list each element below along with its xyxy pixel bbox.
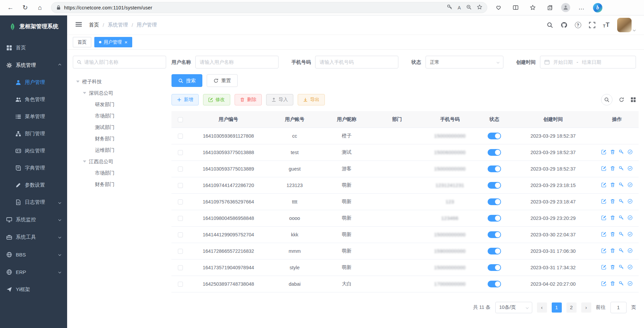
tab-user-management[interactable]: 用户管理 × [94,37,132,47]
row-checkbox[interactable] [178,249,183,254]
row-assign-role-icon[interactable] [628,265,633,270]
tree-node-dept[interactable]: 市场部门 [73,167,166,179]
page-button-2[interactable]: 2 [566,302,577,313]
tree-node-dept[interactable]: 财务部门 [73,133,166,144]
sidebar-item-system-management[interactable]: 系统管理 [0,56,67,74]
page-button-1[interactable]: 1 [552,302,562,313]
tree-node-dept[interactable]: 市场部门 [73,110,166,122]
tree-node-branch[interactable]: 江西总公司 [73,156,166,167]
sidebar-item-home[interactable]: 首页 [0,39,67,56]
split-screen-icon[interactable] [510,2,521,13]
browser-reload-icon[interactable]: ↻ [19,2,31,13]
row-assign-role-icon[interactable] [628,199,633,204]
row-delete-icon[interactable] [610,149,615,154]
sidebar-item-parameter-settings[interactable]: 参数设置 [0,177,67,194]
export-button[interactable]: 导出 [298,94,325,105]
sidebar-item-dictionary-management[interactable]: 字典管理 [0,159,67,177]
row-checkbox[interactable] [178,167,183,172]
tree-node-dept[interactable]: 财务部门 [73,179,166,190]
collapse-sidebar-icon[interactable] [75,21,82,29]
sidebar-item-menu-management[interactable]: 菜单管理 [0,108,67,125]
row-edit-icon[interactable] [601,166,606,171]
favorites-icon[interactable] [527,2,538,13]
breadcrumb-home[interactable]: 首页 [89,22,99,28]
status-toggle[interactable] [488,166,501,172]
sidebar-item-post-management[interactable]: 岗位管理 [0,142,67,159]
browser-profile-avatar[interactable] [561,3,570,12]
row-checkbox[interactable] [178,183,183,188]
next-page-button[interactable]: › [581,302,591,313]
row-delete-icon[interactable] [610,166,615,171]
status-select[interactable]: 正常 [426,56,503,68]
status-toggle[interactable] [488,215,501,222]
tree-node-dept[interactable]: 研发部门 [73,99,166,110]
import-button[interactable]: 导入 [266,94,293,105]
status-toggle[interactable] [488,248,501,254]
row-checkbox[interactable] [178,232,183,237]
password-key-icon[interactable] [447,4,452,11]
row-delete-icon[interactable] [610,182,615,187]
tree-expand-icon[interactable] [76,81,80,83]
help-icon[interactable]: ? [575,22,581,28]
row-checkbox[interactable] [178,282,183,287]
tree-node-company[interactable]: 橙子科技 [73,76,166,87]
end-date-placeholder[interactable]: 结束日期 [582,59,601,65]
status-toggle[interactable] [488,149,501,156]
toggle-search-icon[interactable] [601,94,612,105]
sidebar-item-log-management[interactable]: 日志管理 [0,194,67,211]
add-button[interactable]: 新增 [171,94,199,105]
zoom-icon[interactable] [466,4,472,11]
sidebar-item-user-management[interactable]: 用户管理 [0,74,67,91]
row-edit-icon[interactable] [601,281,606,286]
row-reset-password-icon[interactable] [619,232,624,237]
tree-node-dept[interactable]: 运维部门 [73,144,166,156]
row-checkbox[interactable] [178,134,183,139]
row-delete-icon[interactable] [610,265,615,270]
row-edit-icon[interactable] [601,149,606,154]
status-toggle[interactable] [488,198,501,205]
status-toggle[interactable] [488,281,501,287]
row-assign-role-icon[interactable] [628,149,633,154]
user-avatar[interactable] [617,18,632,32]
column-settings-icon[interactable] [631,97,636,102]
phone-input[interactable] [315,56,398,68]
username-input[interactable] [195,56,279,68]
row-edit-icon[interactable] [601,265,606,270]
sidebar-item-system-monitoring[interactable]: 系统监控 [0,211,67,228]
reset-button[interactable]: 重置 [207,74,238,87]
browser-essentials-icon[interactable] [493,2,504,13]
row-edit-icon[interactable] [601,199,606,204]
row-reset-password-icon[interactable] [619,149,624,154]
row-assign-role-icon[interactable] [628,248,633,253]
page-size-select[interactable]: 10条/页 [495,302,532,313]
row-reset-password-icon[interactable] [619,265,624,270]
read-aloud-icon[interactable]: A [458,5,461,10]
browser-menu-icon[interactable]: … [576,2,587,13]
refresh-table-icon[interactable] [619,97,624,102]
row-assign-role-icon[interactable] [628,281,633,286]
row-checkbox[interactable] [178,265,183,270]
row-checkbox[interactable] [178,216,183,221]
search-button[interactable]: 搜索 [171,74,202,87]
select-all-checkbox[interactable] [178,117,183,122]
row-delete-icon[interactable] [610,281,615,286]
edit-button[interactable]: 修改 [203,94,230,105]
status-toggle[interactable] [488,231,501,238]
delete-button[interactable]: 删除 [235,94,262,105]
sidebar-item-yi-framework[interactable]: Yi框架 [0,281,67,298]
sidebar-item-system-tools[interactable]: 系统工具 [0,228,67,246]
sidebar-item-erp[interactable]: ERP [0,263,67,281]
row-reset-password-icon[interactable] [619,248,624,253]
row-assign-role-icon[interactable] [628,232,633,237]
status-toggle[interactable] [488,264,501,271]
tree-node-dept[interactable]: 测试部门 [73,122,166,133]
row-edit-icon[interactable] [601,232,606,237]
sidebar-item-bbs[interactable]: BBS [0,246,67,263]
row-checkbox[interactable] [178,199,183,204]
tree-expand-icon[interactable] [83,160,86,162]
row-delete-icon[interactable] [610,232,615,237]
row-reset-password-icon[interactable] [619,182,624,187]
tree-node-branch[interactable]: 深圳总公司 [73,87,166,99]
fullscreen-icon[interactable] [589,22,595,28]
close-tab-icon[interactable]: × [125,40,128,45]
